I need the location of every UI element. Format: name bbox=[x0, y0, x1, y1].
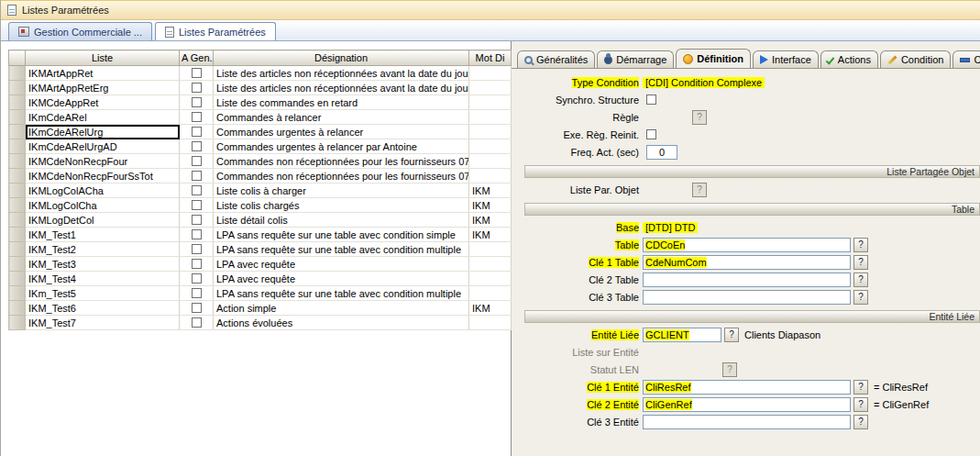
row-selector-cell[interactable] bbox=[9, 213, 26, 228]
cle3-entite-input[interactable] bbox=[643, 415, 851, 429]
cle3-table-help-button[interactable]: ? bbox=[853, 290, 868, 305]
liste-par-objet-help-button[interactable]: ? bbox=[692, 183, 707, 197]
cle1-entite-help-button[interactable]: ? bbox=[853, 380, 868, 395]
row-selector-cell[interactable] bbox=[9, 272, 26, 286]
a-gen-checkbox[interactable] bbox=[192, 259, 202, 269]
liste-cell[interactable]: IKMLogDetCol bbox=[26, 213, 180, 228]
liste-cell[interactable]: IKM_Test6 bbox=[26, 301, 180, 316]
table-row[interactable]: IKM_Test4LPA avec requête bbox=[9, 272, 512, 286]
exe-reg-reinit-checkbox[interactable] bbox=[646, 129, 656, 139]
a-gen-checkbox[interactable] bbox=[192, 200, 202, 210]
table-row[interactable]: IKMCdeNonRecpFourCommandes non réception… bbox=[9, 154, 512, 169]
tab-generalites[interactable]: Généralités bbox=[517, 50, 595, 68]
tab-condition[interactable]: Condition bbox=[880, 50, 951, 68]
liste-cell[interactable]: IKmCdeARelUrgAD bbox=[26, 139, 180, 154]
table-row[interactable]: IKmCdeARelCommandes à relancer bbox=[9, 110, 512, 125]
a-gen-checkbox[interactable] bbox=[192, 127, 202, 137]
liste-cell[interactable]: IKMCdeNonRecpFour bbox=[26, 154, 180, 169]
table-row[interactable]: IKMCdeNonRecpFourSsTotCommandes non réce… bbox=[9, 169, 512, 184]
row-selector-cell[interactable] bbox=[9, 286, 26, 301]
row-selector-cell[interactable] bbox=[9, 169, 26, 184]
row-selector-cell[interactable] bbox=[9, 110, 26, 125]
a-gen-checkbox[interactable] bbox=[192, 229, 202, 239]
cle1-table-help-button[interactable]: ? bbox=[853, 255, 868, 270]
table-row[interactable]: IKmCdeARelUrgADCommandes urgentes à rela… bbox=[9, 139, 512, 154]
a-gen-checkbox[interactable] bbox=[192, 83, 202, 93]
liste-cell[interactable]: IKM_Test4 bbox=[26, 272, 180, 286]
column-header-designation[interactable]: Désignation bbox=[214, 50, 469, 66]
synchro-structure-checkbox[interactable] bbox=[646, 95, 656, 105]
liste-cell[interactable]: IKM_Test1 bbox=[26, 228, 180, 242]
a-gen-checkbox[interactable] bbox=[192, 215, 202, 225]
row-selector-cell[interactable] bbox=[9, 301, 26, 316]
table-row[interactable]: IKM_Test3LPA avec requête bbox=[9, 257, 512, 272]
row-selector-cell[interactable] bbox=[9, 95, 26, 110]
a-gen-checkbox[interactable] bbox=[192, 244, 202, 254]
a-gen-checkbox[interactable] bbox=[192, 97, 202, 107]
table-row[interactable]: IKm_Test5LPA sans requête sur une table … bbox=[9, 286, 512, 301]
column-header-a-gen[interactable]: A Gen. bbox=[180, 50, 214, 66]
cle2-table-help-button[interactable]: ? bbox=[853, 272, 868, 287]
cle2-entite-help-button[interactable]: ? bbox=[853, 397, 868, 412]
liste-cell[interactable]: IKM_Test2 bbox=[26, 242, 180, 257]
tab-demarrage[interactable]: Démarrage bbox=[597, 50, 674, 68]
liste-cell[interactable]: IKMLogColCha bbox=[26, 198, 180, 213]
table-row[interactable]: IKMArtAppRetListe des articles non récep… bbox=[9, 66, 512, 81]
table-row[interactable]: IKM_Test1LPA sans requête sur une table … bbox=[9, 228, 512, 242]
window-tab-gestion-commerciale[interactable]: Gestion Commerciale ... bbox=[8, 22, 152, 40]
table-row[interactable]: IKMLogColChaListe colis chargésIKM bbox=[9, 198, 512, 213]
column-header-mot[interactable]: Mot Di bbox=[469, 50, 512, 66]
entite-liee-input[interactable]: GCLIENT bbox=[643, 328, 721, 342]
column-header-liste[interactable]: Liste bbox=[26, 50, 180, 66]
row-selector-cell[interactable] bbox=[9, 154, 26, 169]
liste-cell[interactable]: IKMLogColACha bbox=[26, 184, 180, 198]
table-row[interactable]: IKMLogDetColListe détail colisIKM bbox=[9, 213, 512, 228]
row-selector-cell[interactable] bbox=[9, 242, 26, 257]
a-gen-checkbox[interactable] bbox=[192, 141, 202, 151]
liste-cell[interactable]: IKMArtAppRetErg bbox=[26, 81, 180, 95]
table-input[interactable]: CDCoEn bbox=[643, 238, 851, 252]
freq-act-input[interactable] bbox=[646, 145, 677, 160]
row-selector-cell[interactable] bbox=[9, 228, 26, 242]
table-help-button[interactable]: ? bbox=[853, 238, 868, 252]
table-row[interactable]: IKmCdeARelUrgCommandes urgentes à relanc… bbox=[9, 125, 512, 139]
row-selector-cell[interactable] bbox=[9, 184, 26, 198]
row-selector-cell[interactable] bbox=[9, 139, 26, 154]
liste-cell[interactable]: IKm_Test5 bbox=[26, 286, 180, 301]
tab-condi[interactable]: Condi bbox=[952, 50, 980, 68]
liste-cell[interactable]: IKMCdeAppRet bbox=[26, 95, 180, 110]
a-gen-checkbox[interactable] bbox=[192, 171, 202, 181]
a-gen-checkbox[interactable] bbox=[192, 112, 202, 122]
table-row[interactable]: IKM_Test7Actions évoluées bbox=[9, 316, 512, 330]
a-gen-checkbox[interactable] bbox=[192, 68, 202, 78]
a-gen-checkbox[interactable] bbox=[192, 303, 202, 313]
cle2-entite-input[interactable]: CliGenRef bbox=[643, 397, 851, 412]
liste-cell[interactable]: IKMArtAppRet bbox=[26, 66, 180, 81]
statut-len-help-button[interactable]: ? bbox=[722, 362, 737, 377]
table-row[interactable]: IKMCdeAppRetListe des commandes en retar… bbox=[9, 95, 512, 110]
table-row[interactable]: IKM_Test6Action simpleIKM bbox=[9, 301, 512, 316]
row-selector-cell[interactable] bbox=[9, 125, 26, 139]
liste-cell[interactable]: IKM_Test7 bbox=[26, 316, 180, 330]
cle3-entite-help-button[interactable]: ? bbox=[853, 415, 868, 429]
row-selector-cell[interactable] bbox=[9, 316, 26, 330]
a-gen-checkbox[interactable] bbox=[192, 288, 202, 298]
cle1-table-input[interactable]: CdeNumCom bbox=[643, 255, 851, 270]
liste-cell[interactable]: IKMCdeNonRecpFourSsTot bbox=[26, 169, 180, 184]
cle1-entite-input[interactable]: CliResRef bbox=[643, 380, 851, 395]
a-gen-checkbox[interactable] bbox=[192, 185, 202, 195]
row-selector-cell[interactable] bbox=[9, 257, 26, 272]
table-row[interactable]: IKMLogColAChaListe colis à chargerIKM bbox=[9, 184, 512, 198]
tab-interface[interactable]: Interface bbox=[753, 50, 819, 68]
cle2-table-input[interactable] bbox=[643, 272, 851, 287]
a-gen-checkbox[interactable] bbox=[192, 156, 202, 166]
window-tab-listes-parametrees[interactable]: Listes Paramétrées bbox=[155, 22, 276, 40]
a-gen-checkbox[interactable] bbox=[192, 273, 202, 284]
row-selector-cell[interactable] bbox=[9, 66, 26, 81]
a-gen-checkbox[interactable] bbox=[192, 317, 202, 328]
table-row[interactable]: IKMArtAppRetErgListe des articles non ré… bbox=[9, 81, 512, 95]
tab-definition[interactable]: Définition bbox=[676, 49, 751, 68]
tab-actions[interactable]: Actions bbox=[820, 50, 878, 68]
cle3-table-input[interactable] bbox=[643, 290, 851, 305]
liste-cell[interactable]: IKmCdeARel bbox=[26, 110, 180, 125]
